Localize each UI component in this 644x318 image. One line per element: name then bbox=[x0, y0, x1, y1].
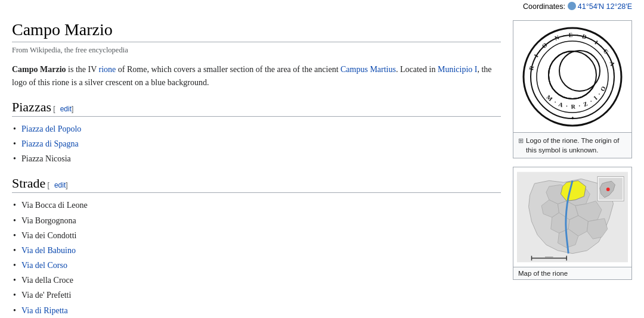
list-item: Piazza di Spagna bbox=[21, 136, 501, 151]
piazzas-section-header: Piazzas [edit] bbox=[12, 99, 501, 117]
via-del-babuino-link[interactable]: Via del Babuino bbox=[21, 246, 76, 255]
intro-text3: . Located in bbox=[396, 65, 438, 74]
rione-link[interactable]: rione bbox=[99, 65, 116, 74]
piazza-del-popolo-link[interactable]: Piazza del Popolo bbox=[21, 124, 81, 133]
via-del-corso-link[interactable]: Via del Corso bbox=[21, 261, 67, 270]
map-image: —— bbox=[517, 171, 628, 263]
sidebar: R · I · O · N · E · D · I · C · A · M · … bbox=[513, 20, 632, 318]
piazzas-title: Piazzas bbox=[12, 99, 51, 115]
logo-container: R · I · O · N · E · D · I · C · A · M · … bbox=[513, 21, 631, 132]
globe-icon bbox=[568, 2, 576, 10]
map-infobox: —— Map of the rione bbox=[513, 167, 632, 280]
campus-martius-link[interactable]: Campus Martius bbox=[340, 65, 396, 74]
intro-paragraph: Campo Marzio is the IV rione of Rome, wh… bbox=[12, 63, 501, 90]
list-item: Via dei Condotti bbox=[21, 228, 501, 243]
from-wikipedia: From Wikipedia, the free encyclopedia bbox=[12, 46, 501, 55]
expand-icon[interactable]: ⊞ bbox=[518, 136, 524, 145]
intro-bold: Campo Marzio bbox=[12, 65, 66, 74]
piazzas-edit-link[interactable]: edit bbox=[60, 105, 72, 113]
page-title: Campo Marzio bbox=[12, 20, 501, 42]
logo-caption-text: Logo of the rione. The origin of this sy… bbox=[526, 136, 627, 155]
list-item: Via del Corso bbox=[21, 258, 501, 273]
map-caption-text: Map of the rione bbox=[518, 270, 568, 277]
list-item: Piazza del Popolo bbox=[21, 121, 501, 136]
piazzas-list: Piazza del Popolo Piazza di Spagna Piazz… bbox=[12, 121, 501, 167]
list-item: Via del Babuino bbox=[21, 243, 501, 258]
via-di-ripetta-link[interactable]: Via di Ripetta bbox=[21, 306, 68, 315]
strade-edit-link[interactable]: edit bbox=[54, 181, 66, 189]
coordinates-bar: Coordinates: 41°54′N 12°28′E bbox=[523, 2, 632, 11]
intro-text1: is the IV bbox=[66, 65, 99, 74]
list-item: Via Bocca di Leone bbox=[21, 198, 501, 213]
svg-text:✦: ✦ bbox=[571, 116, 575, 121]
logo-caption: ⊞ Logo of the rione. The origin of this … bbox=[513, 132, 631, 158]
list-item: Piazza Nicosia bbox=[21, 151, 501, 166]
municipio-link[interactable]: Municipio I bbox=[438, 65, 478, 74]
coordinates-label: Coordinates: bbox=[523, 2, 565, 11]
main-content: Campo Marzio From Wikipedia, the free en… bbox=[12, 20, 513, 318]
map-caption: Map of the rione bbox=[513, 267, 631, 279]
strade-title: Strade bbox=[12, 176, 45, 191]
map-container: —— bbox=[513, 167, 631, 267]
coordinates-link[interactable]: 41°54′N 12°28′E bbox=[578, 2, 632, 11]
svg-text:——: —— bbox=[545, 254, 553, 258]
list-item: Via di Ripetta bbox=[21, 303, 501, 318]
strade-list: Via Bocca di Leone Via Borgognona Via de… bbox=[12, 198, 501, 318]
svg-point-42 bbox=[606, 188, 610, 191]
logo-infobox: R · I · O · N · E · D · I · C · A · M · … bbox=[513, 20, 632, 158]
list-item: Via della Croce bbox=[21, 273, 501, 288]
list-item: Via Borgognona bbox=[21, 213, 501, 228]
intro-text2: of Rome, which covers a smaller section … bbox=[116, 65, 340, 74]
strade-section-header: Strade [edit] bbox=[12, 176, 501, 193]
list-item: Via de' Prefetti bbox=[21, 288, 501, 303]
piazza-di-spagna-link[interactable]: Piazza di Spagna bbox=[21, 139, 79, 148]
piazza-nicosia-text: Piazza Nicosia bbox=[21, 154, 71, 163]
rione-logo: R · I · O · N · E · D · I · C · A · M · … bbox=[522, 24, 623, 129]
